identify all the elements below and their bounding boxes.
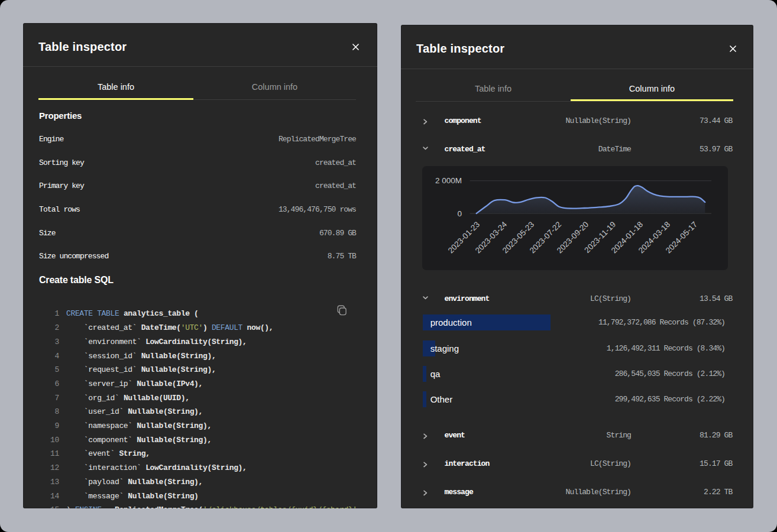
svg-text:2 000M: 2 000M [435,176,462,185]
svg-text:0: 0 [457,209,462,218]
